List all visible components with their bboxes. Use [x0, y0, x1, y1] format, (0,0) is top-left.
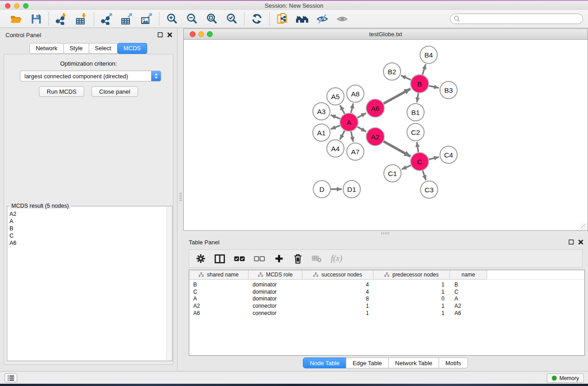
- graph-edge-C-C3[interactable]: [423, 171, 426, 180]
- main-titlebar[interactable]: Session: New Session: [0, 1, 588, 10]
- hide-graphics-details-icon[interactable]: [316, 12, 329, 25]
- horizontal-splitter-handle[interactable]: [381, 232, 389, 234]
- export-network-icon[interactable]: [100, 12, 113, 25]
- result-item[interactable]: B: [10, 225, 166, 232]
- graph-edge-B-B1[interactable]: [417, 93, 418, 102]
- search-field[interactable]: [450, 14, 583, 24]
- graph-node-B4[interactable]: B4: [420, 46, 437, 63]
- tab-node-table[interactable]: Node Table: [303, 357, 346, 368]
- graph-node-C1[interactable]: C1: [384, 165, 401, 182]
- column-header-predecessor-nodes[interactable]: predecessor nodes: [373, 270, 450, 280]
- graph-node-A8[interactable]: A8: [347, 85, 364, 102]
- column-header-successor-nodes[interactable]: successor nodes: [302, 270, 373, 280]
- graph-node-B3[interactable]: B3: [440, 81, 457, 99]
- graph-node-C4[interactable]: C4: [440, 146, 457, 163]
- search-input[interactable]: [460, 15, 583, 23]
- graph-node-A[interactable]: A: [340, 113, 358, 131]
- home-icon[interactable]: [296, 12, 309, 25]
- zoom-out-icon[interactable]: [185, 12, 198, 25]
- graph-edge-B-B3[interactable]: [429, 86, 439, 88]
- zoom-selected-icon[interactable]: [225, 12, 238, 25]
- table-row[interactable]: Adominator80A: [189, 295, 584, 302]
- graph-node-C3[interactable]: C3: [421, 181, 438, 198]
- close-panel-icon[interactable]: [167, 32, 172, 38]
- graph-node-B1[interactable]: B1: [407, 104, 424, 121]
- graph-node-D[interactable]: D: [313, 181, 330, 198]
- graph-node-A5[interactable]: A5: [327, 88, 344, 105]
- graph-node-B2[interactable]: B2: [383, 63, 401, 80]
- split-table-icon[interactable]: [215, 253, 225, 264]
- network-canvas[interactable]: AA1A2A3A4A5A6A7A8BB1B2B3B4CC1C2C3C4DD1: [184, 40, 588, 230]
- graph-node-A4[interactable]: A4: [327, 140, 344, 157]
- graph-node-B[interactable]: B: [411, 75, 429, 93]
- close-panel-button[interactable]: Close panel: [91, 86, 138, 97]
- graph-edge-C-C4[interactable]: [429, 157, 439, 159]
- graph-node-C[interactable]: C: [411, 152, 429, 171]
- graph-node-A1[interactable]: A1: [313, 124, 330, 141]
- save-session-icon[interactable]: [29, 12, 43, 25]
- graph-node-A6[interactable]: A6: [366, 99, 384, 117]
- tab-edge-table[interactable]: Edge Table: [346, 357, 389, 368]
- float-panel-icon[interactable]: [158, 32, 163, 38]
- result-scrollbar[interactable]: [166, 207, 172, 360]
- show-graphics-details-icon[interactable]: [335, 12, 349, 25]
- graph-edge-A-A4[interactable]: [340, 131, 344, 140]
- graph-edge-A6-B[interactable]: [383, 89, 410, 104]
- graph-edge-A-A5[interactable]: [340, 105, 344, 114]
- table-row[interactable]: A6connector11A6: [189, 310, 584, 317]
- table-row[interactable]: Bdominator41B: [189, 281, 584, 288]
- graph-edge-B-B2[interactable]: [401, 76, 411, 80]
- column-header-shared-name[interactable]: shared name: [189, 270, 249, 280]
- graph-node-A7[interactable]: A7: [347, 143, 364, 160]
- import-network-icon[interactable]: [55, 12, 68, 25]
- node-table[interactable]: shared nameMCDS rolesuccessor nodesprede…: [189, 270, 585, 356]
- select-all-columns-icon[interactable]: [234, 253, 245, 264]
- tab-select[interactable]: Select: [89, 43, 118, 54]
- graph-node-A2[interactable]: A2: [366, 128, 384, 146]
- graph-edge-B-B4[interactable]: [422, 64, 425, 75]
- deselect-all-columns-icon[interactable]: [254, 253, 265, 264]
- new-network-from-selection-icon[interactable]: [276, 12, 289, 25]
- graph-node-A3[interactable]: A3: [313, 103, 330, 120]
- graph-edge-A-A8[interactable]: [351, 103, 354, 113]
- network-window-titlebar[interactable]: testGlobe.txt: [184, 29, 588, 40]
- vertical-splitter-handle[interactable]: [179, 193, 182, 201]
- criterion-dropdown[interactable]: largest connected component (directed): [20, 71, 161, 81]
- export-table-icon[interactable]: [120, 12, 133, 25]
- export-image-icon[interactable]: [140, 12, 153, 25]
- column-settings-icon[interactable]: [196, 253, 206, 264]
- table-row[interactable]: A2connector11A2: [189, 302, 584, 310]
- tab-network[interactable]: Network: [29, 43, 64, 54]
- column-header-mcds-role[interactable]: MCDS role: [249, 270, 302, 280]
- graph-node-C2[interactable]: C2: [407, 124, 424, 141]
- delete-table-icon[interactable]: [312, 253, 322, 264]
- result-item[interactable]: A: [10, 218, 166, 225]
- graph-edge-A-A3[interactable]: [330, 115, 340, 119]
- graph-edge-A-A1[interactable]: [331, 125, 340, 129]
- tab-mcds[interactable]: MCDS: [117, 43, 147, 54]
- column-header-name[interactable]: name: [450, 270, 487, 280]
- graph-node-D1[interactable]: D1: [343, 181, 360, 198]
- graph-edge-A-A6[interactable]: [358, 113, 366, 118]
- graph-edge-C-C1[interactable]: [402, 165, 411, 169]
- zoom-fit-icon[interactable]: [205, 12, 218, 25]
- graph-edge-C-C2[interactable]: [417, 142, 418, 152]
- close-table-panel-icon[interactable]: [578, 239, 583, 245]
- graph-edge-A2-C[interactable]: [383, 141, 411, 156]
- apply-function-icon[interactable]: f(x): [331, 253, 342, 264]
- graph-edge-A-A7[interactable]: [351, 132, 353, 142]
- window-resize-grip[interactable]: [581, 224, 587, 230]
- task-history-button[interactable]: [5, 373, 17, 382]
- run-mcds-button[interactable]: Run MCDS: [39, 86, 84, 97]
- result-item[interactable]: A2: [10, 210, 166, 218]
- tab-network-table[interactable]: Network Table: [388, 357, 439, 368]
- refresh-icon[interactable]: [250, 12, 263, 25]
- memory-button[interactable]: Memory: [547, 373, 584, 383]
- delete-column-icon[interactable]: [293, 253, 303, 264]
- result-item[interactable]: A6: [10, 239, 166, 247]
- result-item[interactable]: C: [10, 232, 166, 239]
- zoom-in-icon[interactable]: [165, 12, 178, 25]
- graph-edge-A-A2[interactable]: [357, 127, 366, 132]
- table-row[interactable]: Cdominator41C: [189, 288, 584, 295]
- import-table-icon[interactable]: [75, 12, 88, 25]
